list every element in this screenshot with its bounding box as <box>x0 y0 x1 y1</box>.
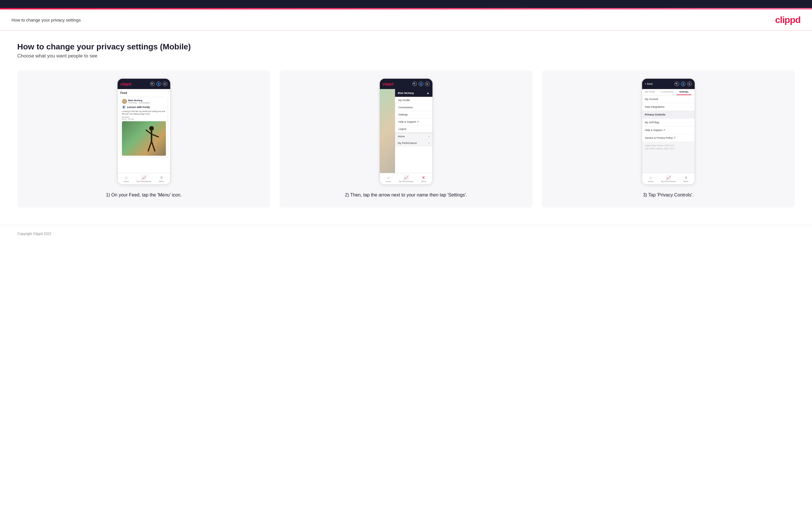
integrations-label: Data Integrations <box>645 105 665 108</box>
search-icon-3: 🔍 <box>674 81 679 86</box>
phone-body-2: Blair McHarg ▲ My Profile Connections Se… <box>380 89 433 173</box>
home-label-3: Home <box>648 180 654 182</box>
home-icon-2: ⌂ <box>387 175 390 180</box>
tab-connections[interactable]: Connections <box>658 89 676 95</box>
settings-icon-2: ⚙ <box>425 81 429 86</box>
phone-icons-3: 🔍 👤 ⚙ <box>674 81 692 86</box>
settings-icon-3: ⚙ <box>687 81 692 86</box>
settings-item-account[interactable]: My Account › <box>642 95 695 103</box>
top-bar <box>0 0 812 8</box>
menu-icon-1: ≡ <box>160 175 162 180</box>
settings-item-golf-bag[interactable]: My Golf Bag › <box>642 119 695 126</box>
steps-container: clippd 🔍 👤 ⚙ Feed Blair McHarg <box>17 70 795 208</box>
settings-item-privacy-policy[interactable]: Service & Privacy Policy ↗ <box>642 134 695 142</box>
coach-icon: 👤 <box>122 105 126 109</box>
home-label-2: Home <box>386 180 391 182</box>
menu-label-1: Menu <box>159 180 164 182</box>
svg-line-3 <box>152 134 159 137</box>
logo: clippd <box>775 15 801 25</box>
footer: Copyright Clippd 2022 <box>0 225 812 242</box>
perf-label-2: My Performance <box>399 180 413 182</box>
back-bar: < Back 🔍 👤 ⚙ <box>642 79 695 89</box>
tab-settings[interactable]: Settings <box>676 89 692 95</box>
menu-x-icon: ✕ <box>422 175 425 180</box>
page-title: How to change your privacy settings (Mob… <box>17 42 795 51</box>
duration-value: 01 hr : 30 min <box>122 118 134 120</box>
phone-icons-1: 🔍 👤 ⚙ <box>150 81 167 86</box>
back-label: < Back <box>645 82 653 85</box>
user-icon-3: 👤 <box>681 81 686 86</box>
perf-icon-1: 📈 <box>142 175 146 180</box>
phone2-content: Blair McHarg ▲ My Profile Connections Se… <box>380 89 433 173</box>
settings-icon: ⚙ <box>163 81 167 86</box>
step-desc-2: 2) Then, tap the arrow next to your name… <box>345 191 467 199</box>
user-icon-2: 👤 <box>419 81 423 86</box>
nav-section-perf: My Performance ▾ <box>395 140 433 147</box>
phone-body-3: My Profile Connections Settings My Accou… <box>642 89 695 173</box>
settings-item-privacy[interactable]: Privacy Controls › <box>642 111 695 119</box>
help-label: Help & Support ↗ <box>645 129 666 131</box>
duration-label: Duration <box>122 116 130 118</box>
user-icon: 👤 <box>156 81 161 86</box>
post-name: Blair McHarg <box>128 99 150 102</box>
home-icon-3: ⌂ <box>650 175 652 180</box>
phone-icons-2: 🔍 👤 ⚙ <box>412 81 429 86</box>
golf-bag-chevron: › <box>691 121 692 124</box>
settings-item-integrations[interactable]: Data Integrations › <box>642 103 695 111</box>
menu-icon-3: ≡ <box>684 175 687 180</box>
tab-my-profile[interactable]: My Profile <box>642 89 658 95</box>
post-duration: Duration 01 hr : 30 min <box>122 116 166 120</box>
post-desc: Looking to feel like my hands are exitin… <box>122 110 166 115</box>
svg-point-0 <box>149 126 154 131</box>
bottom-nav-perf-1: 📈 My Performance <box>137 175 151 182</box>
golf-bag-label: My Golf Bag <box>645 121 659 124</box>
post-date: Yesterday · Sunningdale <box>128 102 150 104</box>
account-label: My Account <box>645 98 658 101</box>
home-label-1: Home <box>123 180 129 182</box>
nav-section-home: Home ▾ <box>395 133 433 140</box>
bottom-nav-home-2: ⌂ Home <box>386 175 391 182</box>
step-desc-1: 1) On your Feed, tap the 'Menu' icon. <box>106 191 182 199</box>
feed-post: Blair McHarg Yesterday · Sunningdale 👤 L… <box>120 97 168 158</box>
phone-mockup-3: < Back 🔍 👤 ⚙ My Profile Connections Sett… <box>642 78 695 185</box>
phone-logo-2: clippd <box>383 82 394 86</box>
chevron-up-icon: ▲ <box>427 91 429 95</box>
bottom-nav-perf-3: 📈 My Performance <box>661 175 676 182</box>
privacy-label: Privacy Controls <box>645 113 666 116</box>
page-subtitle: Choose what you want people to see <box>17 53 795 59</box>
version-line1: Clippd Client Version: 2022.8.3-3 <box>645 144 692 147</box>
search-icon-2: 🔍 <box>412 81 417 86</box>
dropdown-user-header: Blair McHarg ▲ <box>395 89 433 97</box>
version-info: Clippd Client Version: 2022.8.3-3 GQL Se… <box>642 142 695 153</box>
menu-panel: Blair McHarg ▲ My Profile Connections Se… <box>395 89 433 173</box>
integrations-chevron: › <box>691 106 692 108</box>
perf-icon-3: 📈 <box>666 175 671 180</box>
home-icon-1: ⌂ <box>125 175 128 180</box>
feed-label: Feed <box>120 91 168 95</box>
perf-label-1: My Performance <box>137 180 151 182</box>
bottom-nav-perf-2: 📈 My Performance <box>399 175 413 182</box>
version-line2: GQL Server Version: 2022.7.30-1 <box>645 147 692 151</box>
step-card-2: clippd 🔍 👤 ⚙ Blair McHarg <box>280 70 532 208</box>
post-lesson-title: Lesson with Fordy <box>127 106 150 109</box>
perf-label-3: My Performance <box>661 180 676 182</box>
privacy-policy-label: Service & Privacy Policy ↗ <box>645 136 676 139</box>
dropdown-user-name: Blair McHarg <box>398 92 414 95</box>
dropdown-item-settings: Settings <box>395 111 433 118</box>
bg-blurred <box>380 89 395 173</box>
profile-tabs: My Profile Connections Settings <box>642 89 695 95</box>
account-chevron: › <box>691 98 692 101</box>
golf-image <box>122 121 166 156</box>
copyright: Copyright Clippd 2022 <box>17 232 51 236</box>
phone-bottom-nav-1: ⌂ Home 📈 My Performance ≡ Menu <box>117 173 170 184</box>
header-title: How to change your privacy settings <box>11 17 81 22</box>
step-card-3: < Back 🔍 👤 ⚙ My Profile Connections Sett… <box>542 70 795 208</box>
settings-item-help[interactable]: Help & Support ↗ <box>642 126 695 134</box>
phone-bottom-nav-2: ⌂ Home 📈 My Performance ✕ Menu <box>380 173 433 184</box>
bottom-nav-menu-2: ✕ Menu <box>421 175 426 182</box>
perf-icon-2: 📈 <box>404 175 409 180</box>
header: How to change your privacy settings clip… <box>0 9 812 31</box>
post-header: Blair McHarg Yesterday · Sunningdale <box>122 99 166 104</box>
main-content: How to change your privacy settings (Mob… <box>0 31 812 225</box>
bottom-nav-menu-1: ≡ Menu <box>159 175 164 182</box>
